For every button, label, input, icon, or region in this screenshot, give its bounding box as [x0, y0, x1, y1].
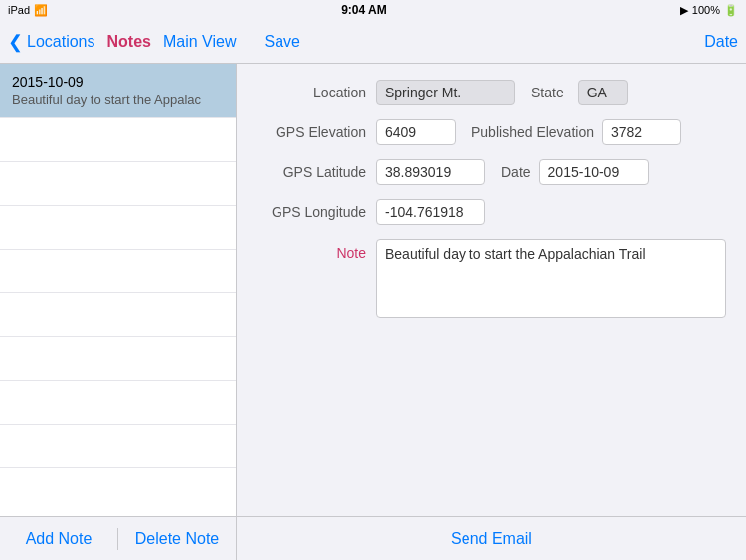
- save-button[interactable]: Save: [264, 33, 299, 51]
- state-label: State: [531, 85, 564, 100]
- gps-latitude-input[interactable]: [376, 159, 485, 185]
- locations-back-label[interactable]: Locations: [27, 33, 95, 51]
- main-view-tab[interactable]: Main View: [163, 33, 237, 51]
- status-bar: iPad 📶 9:04 AM ▶ 100% 🔋: [0, 0, 746, 20]
- location-label: Location: [257, 85, 376, 100]
- nav-left: ❮ Locations Notes Main View Save: [8, 33, 300, 51]
- list-item: [0, 118, 236, 162]
- list-item: [0, 250, 236, 293]
- bottom-sidebar-section: Add Note Delete Note: [0, 517, 237, 560]
- note-textarea[interactable]: Beautiful day to start the Appalachian T…: [376, 239, 726, 318]
- status-time: 9:04 AM: [341, 3, 387, 17]
- bottom-detail-section: Send Email: [237, 517, 746, 560]
- list-item: [0, 425, 236, 468]
- gps-latitude-label: GPS Latitude: [257, 164, 376, 180]
- list-item: [0, 293, 236, 337]
- gps-elevation-label: GPS Elevation: [257, 124, 376, 140]
- list-item: [0, 381, 236, 425]
- date-sort-button[interactable]: Date: [704, 33, 738, 51]
- gps-longitude-label: GPS Longitude: [257, 204, 376, 220]
- elevation-row: GPS Elevation Published Elevation: [257, 119, 726, 145]
- published-elevation-input[interactable]: [602, 119, 681, 145]
- sidebar: 2015-10-09 Beautiful day to start the Ap…: [0, 64, 237, 516]
- wifi-icon: 📶: [34, 4, 48, 17]
- note-section: Note Beautiful day to start the Appalach…: [257, 239, 726, 318]
- main-layout: 2015-10-09 Beautiful day to start the Ap…: [0, 64, 746, 516]
- back-chevron-icon: ❮: [8, 33, 23, 51]
- latitude-row: GPS Latitude Date: [257, 159, 726, 185]
- note-label: Note: [257, 239, 376, 261]
- nav-bar: ❮ Locations Notes Main View Save Date: [0, 20, 746, 64]
- gps-longitude-input[interactable]: [376, 199, 485, 225]
- gps-elevation-input[interactable]: [376, 119, 456, 145]
- battery-label: 100%: [692, 4, 720, 16]
- longitude-row: GPS Longitude: [257, 199, 726, 225]
- state-input[interactable]: [578, 80, 628, 105]
- back-button[interactable]: ❮ Locations: [8, 33, 95, 51]
- sidebar-item-note: Beautiful day to start the Appalac: [12, 93, 224, 107]
- list-item: [0, 162, 236, 206]
- list-item[interactable]: 2015-10-09 Beautiful day to start the Ap…: [0, 64, 236, 118]
- delete-note-button[interactable]: Delete Note: [118, 530, 236, 548]
- list-item: [0, 206, 236, 250]
- signal-icon: ▶: [680, 4, 688, 17]
- send-email-button[interactable]: Send Email: [237, 530, 746, 548]
- sidebar-item-date: 2015-10-09: [12, 74, 224, 90]
- published-elevation-label: Published Elevation: [471, 124, 602, 140]
- bottom-toolbar: Add Note Delete Note Send Email: [0, 516, 746, 560]
- status-right: ▶ 100% 🔋: [680, 4, 738, 17]
- list-item: [0, 337, 236, 381]
- notes-tab[interactable]: Notes: [107, 33, 151, 51]
- date-input[interactable]: [539, 159, 649, 185]
- add-note-button[interactable]: Add Note: [0, 530, 117, 548]
- status-left: iPad 📶: [8, 4, 48, 17]
- location-input[interactable]: [376, 80, 515, 105]
- carrier-label: iPad: [8, 4, 30, 16]
- battery-icon: 🔋: [724, 4, 738, 17]
- detail-panel: Location State GPS Elevation Published E…: [237, 64, 746, 516]
- date-label: Date: [501, 164, 539, 180]
- location-row: Location State: [257, 80, 726, 105]
